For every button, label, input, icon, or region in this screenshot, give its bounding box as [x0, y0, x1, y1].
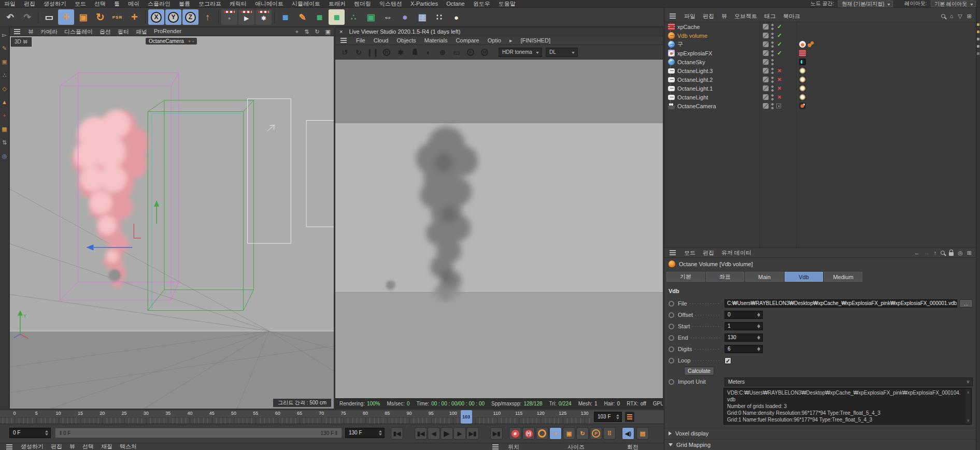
menubar-item[interactable]: Octane	[446, 0, 464, 8]
tab-main[interactable]: Main	[745, 272, 784, 282]
menubar-item[interactable]: 트래커	[329, 0, 346, 8]
goto-end-button[interactable]: ▶▮	[490, 427, 503, 440]
back-icon[interactable]: ←	[914, 250, 920, 256]
next-frame-button[interactable]: ▶	[453, 427, 466, 440]
render-settings-icon[interactable]: ✱	[255, 9, 272, 25]
redo-icon[interactable]: ↷	[19, 9, 35, 25]
menubar-item[interactable]: 볼륨	[179, 0, 190, 8]
search-icon[interactable]	[941, 251, 945, 255]
file-path-field[interactable]: C:₩Users₩RAYBLELON3₩Desktop₩xpCache_₩xpE…	[725, 299, 957, 308]
voxel-display-section[interactable]: Voxel display	[664, 428, 976, 438]
param-radio[interactable]	[669, 301, 674, 307]
disabled-x-icon[interactable]: ✕	[776, 68, 783, 74]
light-tag[interactable]	[799, 94, 806, 100]
new-panel-icon[interactable]: ⊞	[967, 250, 972, 256]
menubar-item[interactable]: 윈도우	[473, 0, 490, 8]
coordinate-manager-menu-icon[interactable]	[492, 446, 499, 447]
object-name[interactable]: OctaneLight.2	[677, 77, 713, 83]
menubar-item[interactable]: 도움말	[499, 0, 516, 8]
keyframe-selection-button[interactable]	[536, 427, 548, 440]
object-row[interactable]: Vdb volume✓	[664, 31, 976, 40]
object-name[interactable]: OctaneLight.1	[677, 85, 713, 92]
volume-icon[interactable]: ■	[311, 9, 328, 25]
material-manager-menu-item[interactable]: 뷰	[69, 443, 75, 450]
target-icon[interactable]: ◎	[958, 250, 963, 256]
move-tool-icon[interactable]: +	[58, 9, 74, 25]
menubar-item[interactable]: 선택	[94, 0, 106, 8]
emitter-tag[interactable]	[807, 41, 814, 48]
live-viewer-menu-item[interactable]: Materials	[424, 37, 448, 43]
layer-chip-icon[interactable]	[763, 103, 769, 109]
dock-icon-5[interactable]	[977, 52, 979, 55]
offset-field[interactable]: 0	[725, 311, 763, 319]
menubar-item[interactable]: 생성하기	[44, 0, 66, 8]
digits-field[interactable]: 6	[725, 345, 763, 353]
object-row[interactable]: OctaneLight.1✕	[664, 84, 976, 93]
camera-f-icon[interactable]: F	[465, 47, 476, 57]
attribute-menu-item[interactable]: 모드	[684, 249, 695, 257]
menubar-item[interactable]: 편집	[24, 0, 35, 8]
import-unit-select[interactable]: Meters	[725, 378, 973, 386]
attribute-menu-icon[interactable]	[670, 252, 676, 253]
field-icon[interactable]: ⇔	[380, 9, 396, 25]
object-row[interactable]: OctaneLight.2✕	[664, 75, 976, 84]
refresh-render-icon[interactable]: ↻	[353, 47, 364, 57]
texture-mode-icon[interactable]: ▦	[1, 125, 8, 133]
menubar-item[interactable]: 모드	[75, 0, 86, 8]
region-render-icon[interactable]: R	[381, 47, 392, 57]
current-frame-spinner[interactable]: 103 F	[594, 412, 622, 422]
object-row[interactable]: OctaneCamera	[664, 101, 976, 110]
object-manager-menu-item[interactable]: 파일	[684, 12, 695, 20]
enabled-check-icon[interactable]: ✓	[776, 23, 783, 30]
restart-render-icon[interactable]: ↺	[339, 47, 350, 57]
object-name[interactable]: Vdb volume	[677, 33, 707, 39]
viewport-menu-item[interactable]: 필터	[118, 28, 129, 36]
material-manager-menu-icon[interactable]	[6, 446, 12, 447]
layer-chip-icon[interactable]	[763, 50, 769, 56]
preview-range-button[interactable]: ▤	[636, 427, 649, 440]
layer-chip-icon[interactable]	[763, 68, 769, 74]
light-tag[interactable]	[799, 67, 806, 74]
active-tool-icon[interactable]: +	[126, 9, 143, 25]
node-space-select[interactable]: 현재 (기본/피지컬)	[838, 1, 893, 7]
viewport-menu-item[interactable]: 패널	[136, 28, 147, 36]
light-tag[interactable]	[799, 85, 806, 92]
tab-vdb[interactable]: Vdb	[785, 272, 823, 282]
deformer-icon[interactable]: ●	[397, 9, 413, 25]
snap-toggle-icon[interactable]: ◎	[1, 152, 8, 159]
info-scrollbar[interactable]: ∧∨	[965, 389, 971, 424]
start-field[interactable]: 1	[725, 322, 763, 330]
lock-y-axis-icon[interactable]: Y	[165, 9, 181, 25]
prev-frame-button[interactable]: ◀	[428, 427, 440, 440]
live-viewer-menu-item[interactable]: Objects	[396, 37, 416, 43]
param-radio[interactable]	[669, 335, 674, 341]
live-viewer-menu-icon[interactable]	[340, 40, 347, 41]
object-name[interactable]: xpExplosiaFX	[677, 50, 712, 56]
enabled-check-icon[interactable]: ✓	[776, 50, 783, 56]
menubar-item[interactable]: 시뮬레이트	[292, 0, 320, 8]
up-icon[interactable]: ↑	[934, 250, 937, 256]
visibility-dots-icon[interactable]	[771, 24, 774, 30]
param-radio[interactable]	[669, 346, 674, 352]
param-radio[interactable]	[669, 324, 674, 329]
loop-checkbox[interactable]: ✓	[725, 357, 731, 364]
visibility-dots-icon[interactable]	[771, 85, 774, 92]
menubar-item[interactable]: X-Particles	[410, 0, 438, 8]
tab-기본[interactable]: 기본	[666, 272, 705, 282]
workplane-mode-icon[interactable]: ⇅	[1, 139, 8, 146]
layer-chip-icon[interactable]	[763, 24, 769, 30]
object-manager-menu-item[interactable]: 편집	[703, 12, 714, 20]
goto-start-button[interactable]: ▮◀	[391, 427, 403, 440]
layer-chip-icon[interactable]	[763, 94, 769, 100]
object-name[interactable]: 구	[677, 40, 683, 48]
lock-icon[interactable]	[949, 252, 954, 256]
object-row[interactable]: 구✓	[664, 40, 976, 49]
object-manager-menu-item[interactable]: 뷰	[721, 12, 727, 20]
polygons-mode-icon[interactable]: ▲	[1, 98, 8, 106]
menubar-item[interactable]: 메쉬	[128, 0, 139, 8]
live-viewer-menu-item[interactable]: File	[356, 37, 365, 43]
object-name[interactable]: OctaneCamera	[677, 103, 716, 109]
sky-tag[interactable]	[799, 59, 806, 65]
xpcache-tag[interactable]	[799, 50, 806, 56]
record-parameter-button[interactable]: P	[590, 427, 602, 440]
